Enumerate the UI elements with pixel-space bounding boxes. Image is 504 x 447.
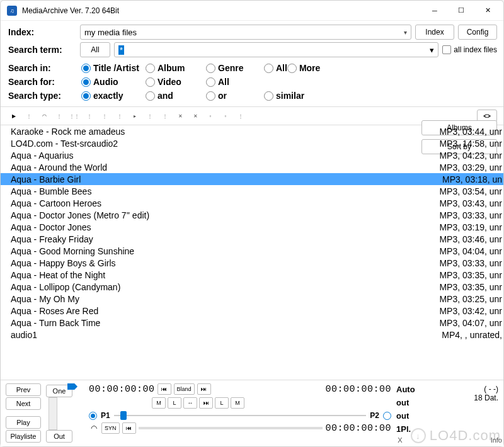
list-row[interactable]: Aqua - Barbie GirlMP3, 03:18, un — [1, 173, 503, 185]
index-combo[interactable]: my media files ▾ — [80, 25, 411, 40]
footer-x[interactable]: X — [398, 436, 402, 444]
prev-track-icon[interactable]: ⏮ — [122, 422, 136, 434]
close-button[interactable]: ✕ — [474, 2, 501, 20]
tool-icon[interactable]: ⋮⋮ — [67, 110, 81, 122]
radio-searchfor-2[interactable]: All — [206, 77, 264, 87]
row-meta: MP3, 03:35, unr — [439, 282, 502, 292]
radio-icon — [264, 64, 273, 73]
list-row[interactable]: Aqua - Roses Are RedMP3, 03:42, unr — [1, 305, 503, 317]
chevron-down-icon: ▾ — [404, 29, 407, 36]
radio-searchfor-1[interactable]: Video — [146, 77, 206, 87]
radio-searchtype-0[interactable]: exactly — [81, 91, 146, 101]
row-name: Aqua - Cartoon Heroes — [11, 198, 439, 208]
row-meta: MP3, 03:42, unr — [439, 306, 502, 316]
list-row[interactable]: Aqua - Bumble BeesMP3, 03:54, unr — [1, 185, 503, 197]
list-row[interactable]: Aqua - Happy Boys & GirlsMP3, 03:33, unr — [1, 257, 503, 269]
tool-icon[interactable]: ▸ — [128, 110, 142, 122]
all-index-checkbox[interactable]: all index files — [442, 45, 497, 54]
radio-searchin-4[interactable]: More — [287, 63, 320, 73]
radio-icon — [287, 64, 297, 73]
list-row[interactable]: Aqua - Lollipop (Candyman)MP3, 03:35, un… — [1, 281, 503, 293]
row-meta: MP3, 03:35, unr — [439, 270, 502, 280]
row-name: audio1 — [11, 330, 442, 340]
index-label: Index: — [8, 27, 76, 37]
tool-icon[interactable]: ⋮ — [158, 110, 172, 122]
play-button[interactable]: Play — [6, 416, 41, 429]
row-name: Aqua - Barbie Girl — [11, 174, 442, 184]
index-button[interactable]: Index — [415, 25, 454, 40]
list-row[interactable]: Aqua - Around the WorldMP3, 03:29, unr — [1, 161, 503, 173]
bland-button[interactable]: Bland — [174, 383, 195, 395]
skip-fwd-icon[interactable]: ⏭ — [197, 383, 211, 395]
radio-icon — [146, 64, 155, 73]
syn-button[interactable]: SYN — [101, 422, 120, 434]
radio-searchin-3[interactable]: All — [264, 63, 287, 73]
radio-icon — [81, 77, 91, 87]
mini-slider[interactable] — [139, 427, 323, 429]
footer-info[interactable]: Info — [491, 436, 502, 444]
prev-button[interactable]: Prev — [6, 383, 41, 396]
tool-icon[interactable]: ⋮ — [22, 110, 36, 122]
radio-searchtype-1[interactable]: and — [146, 91, 206, 101]
tool-icon[interactable]: ▫ — [219, 110, 232, 122]
list-row[interactable]: Aqua - My Oh MyMP3, 03:25, unr — [1, 293, 503, 305]
list-row[interactable]: Aqua - Good Morning SunshineMP3, 04:04, … — [1, 245, 503, 257]
row-name: Aqua - Lollipop (Candyman) — [11, 282, 439, 292]
results-list[interactable]: Karaoke - Rock me amadeusMP3, 03:44, unr… — [1, 125, 503, 380]
list-row[interactable]: Aqua - Doctor Jones (Metro 7'' edit)MP3,… — [1, 209, 503, 221]
list-row[interactable]: Aqua - Cartoon HeroesMP3, 03:43, unr — [1, 197, 503, 209]
rewind-icon[interactable]: ↔ — [183, 397, 197, 409]
maximize-button[interactable]: ☐ — [448, 2, 474, 20]
radio-searchin-2[interactable]: Genre — [206, 63, 264, 73]
row-meta: MP3, 04:04, unr — [439, 246, 502, 256]
tool-icon[interactable]: ⋮ — [234, 110, 248, 122]
tool-icon[interactable]: ⋮ — [52, 110, 66, 122]
search-filter-combo[interactable]: All — [80, 42, 110, 57]
radio-searchtype-3[interactable]: similar — [264, 91, 304, 101]
radio-searchin-0[interactable]: Title /Artist — [81, 63, 146, 73]
radio-searchin-1[interactable]: Album — [146, 63, 206, 73]
headphones-icon[interactable]: ◠ — [37, 110, 51, 122]
list-row[interactable]: Aqua - Turn Back TimeMP3, 04:07, unr — [1, 317, 503, 329]
close-icon[interactable]: ✕ — [173, 110, 187, 122]
row-meta: MP3, 03:25, unr — [439, 294, 502, 304]
l-button[interactable]: L — [168, 397, 181, 409]
p2-radio[interactable] — [383, 412, 391, 420]
list-row[interactable]: Aqua - AquariusMP3, 04:23, unr — [1, 149, 503, 161]
list-row[interactable]: Aqua - Heat of the NightMP3, 03:35, unr — [1, 269, 503, 281]
row-meta: MP3, 03:29, unr — [439, 162, 502, 173]
list-row[interactable]: Aqua - Doctor JonesMP3, 03:19, unr — [1, 221, 503, 233]
close-icon[interactable]: ✕ — [188, 110, 202, 122]
row-meta: MP4, , unrated, — [442, 330, 502, 340]
list-row[interactable]: LO4D.com - Test-srcaudio2MP3, 14:58, unr — [1, 137, 503, 149]
tool-icon[interactable]: ⋮ — [143, 110, 157, 122]
tool-icon[interactable]: ⋮ — [98, 110, 112, 122]
tool-icon[interactable]: ⋮ — [113, 110, 127, 122]
config-button[interactable]: Config — [458, 25, 497, 40]
list-row[interactable]: Karaoke - Rock me amadeusMP3, 03:44, unr — [1, 125, 503, 137]
ffwd-icon[interactable]: ⏭ — [199, 397, 213, 409]
out-label: out — [396, 398, 424, 407]
search-input[interactable]: * ▾ — [114, 42, 438, 57]
list-row[interactable]: Aqua - Freaky FridayMP3, 03:46, unr — [1, 233, 503, 245]
row-name: Aqua - Heat of the Night — [11, 270, 439, 280]
headphones-icon[interactable]: ◠ — [89, 424, 99, 433]
volume-slider[interactable] — [49, 397, 57, 430]
radio-searchtype-2[interactable]: or — [206, 91, 264, 101]
minimize-button[interactable]: ─ — [421, 2, 448, 20]
m-button[interactable]: M — [231, 397, 244, 409]
tool-icon[interactable]: ▫ — [203, 110, 217, 122]
titlebar: ♫ MediaArchive Ver. 7.20 64Bit ─ ☐ ✕ — [1, 1, 503, 21]
l-button[interactable]: L — [215, 397, 229, 409]
list-row[interactable]: audio1MP4, , unrated, — [1, 329, 503, 341]
radio-searchfor-0[interactable]: Audio — [81, 77, 146, 87]
skip-back-icon[interactable]: ⏮ — [158, 383, 171, 395]
row-name: Aqua - Doctor Jones (Metro 7'' edit) — [11, 210, 439, 220]
tool-icon[interactable]: ⋮ — [83, 110, 96, 122]
position-slider[interactable] — [114, 412, 367, 419]
p1-label: P1 — [101, 411, 110, 420]
m-button[interactable]: M — [152, 397, 166, 409]
play-icon[interactable]: ▶ — [7, 110, 21, 122]
p1-radio[interactable] — [89, 412, 97, 420]
next-button[interactable]: Next — [6, 397, 41, 410]
